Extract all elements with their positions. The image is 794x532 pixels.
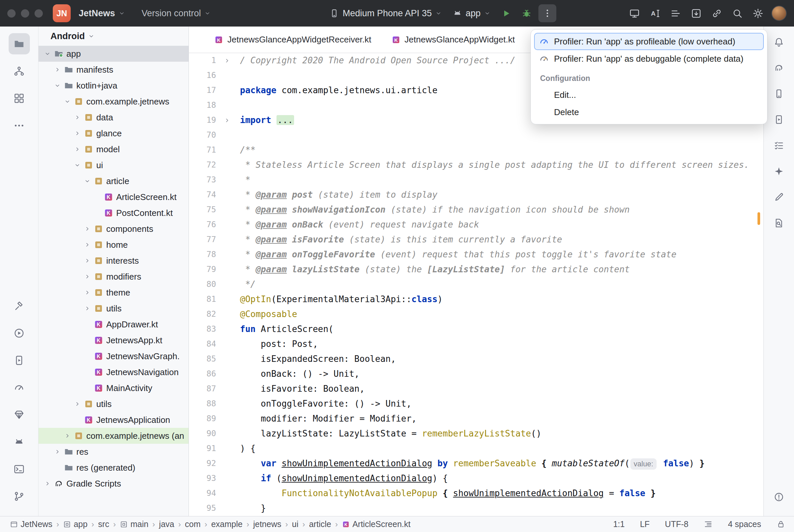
code-line[interactable]: 72 * Stateless Article Screen that displ… xyxy=(189,157,763,172)
tree-item-glance[interactable]: glance xyxy=(38,126,188,141)
line-number[interactable]: 82 xyxy=(189,307,216,322)
code-line[interactable]: 80 */ xyxy=(189,277,763,292)
fold-marker-icon[interactable] xyxy=(216,113,238,128)
line-number[interactable]: 78 xyxy=(189,247,216,262)
code-line[interactable]: 70 xyxy=(189,128,763,142)
line-number[interactable]: 94 xyxy=(189,486,216,501)
tree-item-utils[interactable]: utils xyxy=(38,301,188,317)
notifications-button[interactable] xyxy=(769,32,789,52)
tree-item-articlescreen-kt[interactable]: KArticleScreen.kt xyxy=(38,189,188,205)
gradle-tool-button[interactable] xyxy=(769,58,789,78)
tree-item-ui[interactable]: ui xyxy=(38,157,188,173)
line-number[interactable]: 80 xyxy=(189,277,216,292)
code-line[interactable]: 76 * @param onBack (event) request navig… xyxy=(189,217,763,232)
line-number[interactable]: 73 xyxy=(189,172,216,187)
code-line[interactable]: 90 lazyListState: LazyListState = rememb… xyxy=(189,426,763,441)
line-number[interactable]: 19 xyxy=(189,113,216,128)
menu-item-edit[interactable]: Edit... xyxy=(534,86,764,103)
zoom-button[interactable] xyxy=(35,9,43,18)
device-mirroring-button[interactable] xyxy=(625,4,643,22)
line-number[interactable]: 74 xyxy=(189,187,216,202)
menu-item-delete[interactable]: Delete xyxy=(534,103,764,121)
expand-chevron-icon[interactable] xyxy=(82,303,92,314)
tree-item-appdrawer-kt[interactable]: KAppDrawer.kt xyxy=(38,317,188,332)
edits-tool-button[interactable] xyxy=(769,187,789,207)
code-line[interactable]: 86 onBack: () -> Unit, xyxy=(189,366,763,381)
collapse-chevron-icon[interactable] xyxy=(72,160,82,170)
project-view-selector[interactable]: Android xyxy=(38,26,188,46)
tree-item-jetnewsnavgraph[interactable]: KJetnewsNavGraph. xyxy=(38,348,188,364)
breadcrumb-articlescreen-kt[interactable]: KArticleScreen.kt xyxy=(340,519,412,529)
tree-item-article[interactable]: article xyxy=(38,173,188,189)
expand-chevron-icon[interactable] xyxy=(52,447,62,457)
breadcrumb-example[interactable]: example xyxy=(210,519,244,529)
tree-item-jetnewsapplication[interactable]: KJetnewsApplication xyxy=(38,412,188,428)
breadcrumb-ui[interactable]: ui xyxy=(291,519,299,529)
code-line[interactable]: 89 modifier: Modifier = Modifier, xyxy=(189,411,763,426)
tree-item-com-example-jetnews-an[interactable]: com.example.jetnews (an xyxy=(38,428,188,444)
commit-tool-button[interactable] xyxy=(8,60,30,81)
structure-view-button[interactable] xyxy=(667,4,684,22)
breadcrumb-jetnews[interactable]: jetnews xyxy=(252,519,283,529)
line-number[interactable]: 1 xyxy=(189,53,216,68)
code-line[interactable]: 73 * xyxy=(189,172,763,187)
running-devices-panel-button[interactable] xyxy=(769,110,789,129)
updates-button[interactable] xyxy=(687,4,705,22)
app-quality-insights-button[interactable] xyxy=(8,404,30,425)
expand-chevron-icon[interactable] xyxy=(82,256,92,266)
line-number[interactable]: 75 xyxy=(189,202,216,217)
gemini-tool-button[interactable] xyxy=(769,161,789,181)
tree-item-data[interactable]: data xyxy=(38,110,188,126)
settings-button[interactable] xyxy=(749,4,767,22)
run-configuration-selector[interactable]: app xyxy=(448,5,495,22)
share-link-button[interactable] xyxy=(708,4,726,22)
expand-chevron-icon[interactable] xyxy=(82,288,92,298)
tree-item-com-example-jetnews[interactable]: com.example.jetnews xyxy=(38,94,188,110)
tree-item-utils[interactable]: utils xyxy=(38,396,188,412)
breadcrumb-app[interactable]: app xyxy=(62,519,89,529)
code-line[interactable]: 74 * @param post (state) item to display xyxy=(189,187,763,202)
line-number[interactable]: 90 xyxy=(189,426,216,441)
code-line[interactable]: 82@Composable xyxy=(189,307,763,322)
file-encoding[interactable]: UTF-8 xyxy=(665,519,688,529)
todo-tool-button[interactable] xyxy=(769,135,789,155)
expand-chevron-icon[interactable] xyxy=(72,128,82,138)
tree-item-interests[interactable]: interests xyxy=(38,253,188,269)
tree-item-res-generated[interactable]: res (generated) xyxy=(38,460,188,476)
expand-chevron-icon[interactable] xyxy=(72,144,82,154)
profiler-tool-button[interactable] xyxy=(8,377,30,398)
editor-tab-jetnewsglanceappwidgetreceiver-kt[interactable]: KJetnewsGlanceAppWidgetReceiver.kt xyxy=(204,26,382,53)
project-tool-button[interactable] xyxy=(8,33,30,54)
expand-chevron-icon[interactable] xyxy=(82,224,92,234)
code-line[interactable]: 85 isExpandedScreen: Boolean, xyxy=(189,352,763,366)
expand-chevron-icon[interactable] xyxy=(42,479,52,489)
expand-chevron-icon[interactable] xyxy=(62,431,72,441)
line-ending[interactable]: LF xyxy=(640,519,650,529)
menu-item-profiler-run-app-as-profileable[interactable]: Profiler: Run 'app' as profileable (low … xyxy=(534,33,764,50)
tree-item-modifiers[interactable]: modifiers xyxy=(38,269,188,285)
user-avatar[interactable] xyxy=(772,6,787,21)
running-devices-button[interactable] xyxy=(8,349,30,371)
code-line[interactable]: 92 var showUnimplementedActionDialog by … xyxy=(189,456,763,471)
tree-item-theme[interactable]: theme xyxy=(38,285,188,301)
tree-item-manifests[interactable]: manifests xyxy=(38,62,188,78)
line-number[interactable]: 87 xyxy=(189,381,216,396)
fold-marker-icon[interactable] xyxy=(216,53,238,68)
terminal-tool-button[interactable] xyxy=(8,458,30,480)
line-number[interactable]: 89 xyxy=(189,411,216,426)
line-number[interactable]: 88 xyxy=(189,396,216,411)
code-line[interactable]: 95 } xyxy=(189,501,763,516)
code-line[interactable]: 81@OptIn(ExperimentalMaterial3Api::class… xyxy=(189,292,763,307)
line-number[interactable]: 79 xyxy=(189,262,216,277)
caret-position[interactable]: 1:1 xyxy=(613,519,625,529)
tree-item-postcontent-kt[interactable]: KPostContent.kt xyxy=(38,205,188,221)
version-control-tool-button[interactable] xyxy=(8,486,30,507)
line-number[interactable]: 76 xyxy=(189,217,216,232)
breadcrumb-article[interactable]: article xyxy=(308,519,333,529)
tree-item-gradle-scripts[interactable]: Gradle Scripts xyxy=(38,476,188,492)
indent-guide-toggle[interactable] xyxy=(704,520,713,529)
code-line[interactable]: 83fun ArticleScreen( xyxy=(189,322,763,337)
code-line[interactable]: 87 isFavorite: Boolean, xyxy=(189,381,763,396)
expand-chevron-icon[interactable] xyxy=(72,399,82,409)
tree-item-jetnewsnavigation[interactable]: KJetnewsNavigation xyxy=(38,364,188,380)
